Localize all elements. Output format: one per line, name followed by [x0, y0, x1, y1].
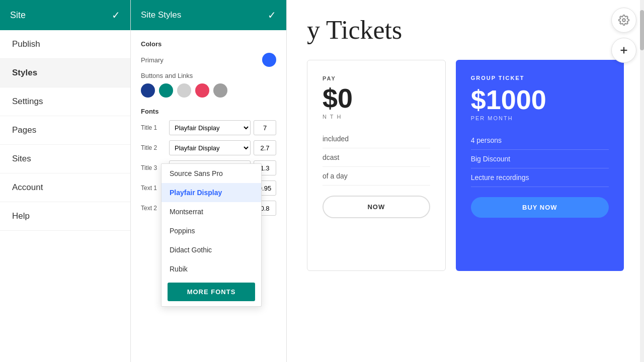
white-ticket-card: PAY $0 N T H included dcast of a day NOW: [307, 60, 446, 271]
font-row-title2: Title 2 Playfair Display: [141, 140, 276, 155]
gear-icon: [618, 15, 629, 26]
blue-ticket-type: GROUP TICKET: [471, 75, 609, 81]
styles-panel-header: Site Styles ✓: [131, 0, 286, 30]
styles-panel: Site Styles ✓ Colors Primary Buttons and…: [131, 0, 287, 362]
list-item: included: [323, 130, 430, 148]
white-ticket-type: PAY: [323, 75, 430, 81]
blue-ticket-price: $1000: [471, 86, 609, 113]
sidebar-nav: Publish Styles Settings Pages Sites Acco…: [0, 30, 130, 231]
settings-icon-button[interactable]: [611, 8, 636, 33]
add-button[interactable]: [611, 38, 636, 63]
list-item: of a day: [323, 167, 430, 186]
page-title: y Tickets: [307, 15, 624, 45]
white-ticket-period: N T H: [323, 114, 430, 120]
white-ticket-features: included dcast of a day: [323, 130, 430, 186]
styles-panel-check-icon[interactable]: ✓: [268, 9, 276, 21]
dropdown-option-source-sans-pro[interactable]: Source Sans Pro: [162, 164, 261, 183]
dropdown-option-poppins[interactable]: Poppins: [162, 221, 261, 240]
styles-panel-title: Site Styles: [141, 10, 181, 20]
font-row-title1: Title 1 Playfair Display Source Sans Pro…: [141, 120, 276, 135]
list-item: dcast: [323, 148, 430, 167]
sidebar-check-icon[interactable]: ✓: [112, 9, 120, 21]
primary-color-swatch[interactable]: [262, 53, 276, 67]
color-swatches: [141, 83, 276, 98]
dropdown-option-montserrat[interactable]: Montserrat: [162, 202, 261, 221]
sidebar-item-publish[interactable]: Publish: [0, 30, 130, 59]
dropdown-option-playfair-display[interactable]: Playfair Display: [162, 183, 261, 202]
blue-ticket-period: PER MONTH: [471, 115, 609, 121]
font-size-title2[interactable]: [254, 140, 276, 155]
font-select-title1[interactable]: Playfair Display Source Sans Pro Montser…: [169, 120, 251, 135]
swatch-teal[interactable]: [159, 83, 173, 98]
tickets-row: PAY $0 N T H included dcast of a day NOW…: [307, 60, 624, 271]
swatch-medium-gray[interactable]: [213, 83, 227, 98]
swatch-pink-red[interactable]: [195, 83, 209, 98]
primary-label: Primary: [141, 56, 164, 64]
sidebar-item-settings[interactable]: Settings: [0, 87, 130, 116]
scroll-thumb[interactable]: [640, 10, 644, 50]
primary-row: Primary: [141, 53, 276, 67]
styles-panel-body: Colors Primary Buttons and Links Fonts T…: [131, 30, 286, 362]
svg-point-0: [622, 19, 625, 22]
sidebar-header: Site ✓: [0, 0, 130, 30]
list-item: 4 persons: [471, 131, 609, 150]
blue-ticket-features: 4 persons Big Discount Lecture recording…: [471, 131, 609, 187]
scrollbar[interactable]: [640, 0, 644, 362]
sidebar-item-sites[interactable]: Sites: [0, 145, 130, 173]
white-buy-now-button[interactable]: NOW: [323, 196, 430, 218]
sidebar-item-help[interactable]: Help: [0, 202, 130, 231]
list-item: Big Discount: [471, 150, 609, 168]
font-select-title2[interactable]: Playfair Display: [169, 140, 251, 155]
more-fonts-button[interactable]: MORE FONTS: [168, 283, 255, 301]
font-size-title1[interactable]: [254, 120, 276, 135]
top-right-icons: [611, 8, 636, 63]
main-content: y Tickets PAY $0 N T H included dcast of…: [287, 0, 644, 362]
swatch-light-gray[interactable]: [177, 83, 191, 98]
sidebar-item-account[interactable]: Account: [0, 173, 130, 202]
main-inner: y Tickets PAY $0 N T H included dcast of…: [287, 0, 644, 362]
fonts-section-label: Fonts: [141, 108, 276, 115]
blue-price-currency: $: [471, 84, 486, 115]
white-ticket-price: $0: [323, 84, 430, 112]
plus-icon: [618, 45, 629, 56]
blue-buy-now-button[interactable]: BUY NOW: [471, 197, 609, 218]
sidebar-item-pages[interactable]: Pages: [0, 116, 130, 145]
dropdown-option-didact-gothic[interactable]: Didact Gothic: [162, 240, 261, 259]
colors-section: Colors Primary Buttons and Links: [141, 40, 276, 98]
sidebar-title: Site: [10, 10, 26, 21]
dropdown-option-rubik[interactable]: Rubik: [162, 259, 261, 279]
list-item: Lecture recordings: [471, 168, 609, 187]
font-label-title2: Title 2: [141, 144, 166, 151]
blue-ticket-card: GROUP TICKET $1000 PER MONTH 4 persons B…: [456, 60, 624, 271]
swatch-dark-blue[interactable]: [141, 83, 155, 98]
buttons-links-label: Buttons and Links: [141, 72, 276, 79]
font-dropdown: Source Sans Pro Playfair Display Montser…: [161, 163, 262, 307]
font-label-title1: Title 1: [141, 124, 166, 131]
sidebar-item-styles[interactable]: Styles: [0, 59, 130, 87]
sidebar: Site ✓ Publish Styles Settings Pages Sit…: [0, 0, 131, 362]
colors-section-label: Colors: [141, 40, 276, 48]
white-price-currency: $: [323, 83, 338, 113]
